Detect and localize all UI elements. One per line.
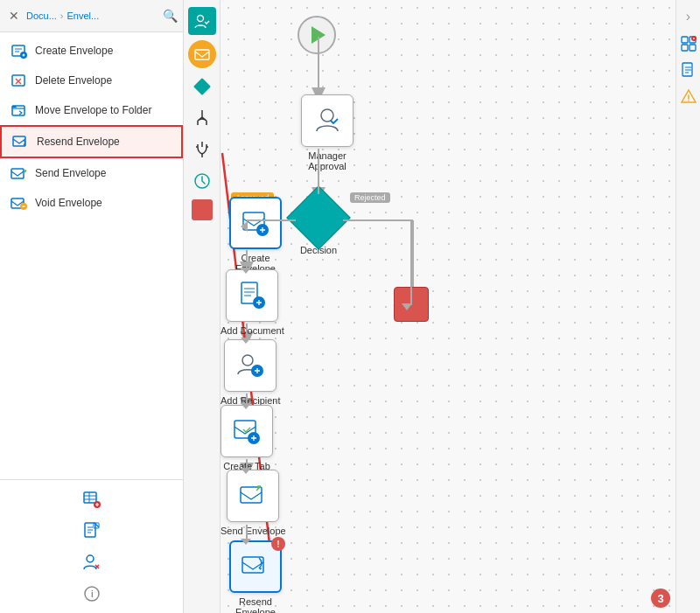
line-start-manager [318, 37, 319, 94]
arrow-addrecip [241, 338, 251, 344]
right-panel-icon-grid[interactable] [678, 33, 699, 54]
node-decision[interactable]: Decision [295, 194, 342, 255]
tool-clock[interactable] [189, 168, 215, 194]
sidebar-label-delete-envelope: Delete Envelope [35, 74, 112, 87]
sidebar-label-resend-envelope: Resend Envelope [37, 136, 120, 148]
node-send-envelope-label: Send Envelope [220, 526, 286, 536]
node-add-document[interactable]: Add Document [220, 269, 284, 336]
node-resend-envelope[interactable]: ! Resend Envelope [220, 540, 290, 613]
delete-envelope-icon [10, 72, 28, 89]
footer-info-icon[interactable]: i [78, 580, 106, 608]
node-manager-approval-label: Manager Approval [292, 150, 362, 171]
sidebar-item-move-envelope[interactable]: Move Envelope to Folder [0, 95, 183, 125]
svg-rect-42 [682, 45, 688, 51]
node-manager-approval[interactable]: Manager Approval [292, 94, 362, 171]
sidebar-item-delete-envelope[interactable]: Delete Envelope [0, 66, 183, 95]
tool-split-down[interactable] [189, 105, 215, 131]
sidebar-label-send-envelope: Send Envelope [35, 167, 106, 179]
canvas-area: Manager Approval Decision Approved Rejec… [220, 0, 676, 613]
sidebar-label-move-envelope: Move Envelope to Folder [35, 104, 151, 116]
sidebar-footer: i [0, 479, 183, 613]
sidebar-item-resend-envelope[interactable]: Resend Envelope [0, 125, 183, 158]
sidebar: ✕ Docu... › Envel... 🔍 Create Envelope [0, 0, 184, 613]
right-panel: › [676, 0, 700, 613]
create-envelope-icon [10, 42, 28, 59]
sidebar-menu: Create Envelope Delete Envelope [0, 32, 183, 479]
svg-point-29 [321, 109, 333, 122]
breadcrumb-bar: ✕ Docu... › Envel... 🔍 [0, 0, 183, 32]
svg-rect-5 [11, 169, 24, 178]
sidebar-item-send-envelope[interactable]: Send Envelope [0, 158, 183, 188]
arrow-createtab [241, 403, 251, 409]
error-badge: ! [271, 537, 285, 551]
rejected-badge: Rejected [350, 191, 390, 203]
line-create-adddoc [246, 250, 248, 269]
svg-point-12 [87, 555, 94, 562]
node-add-recipient[interactable]: Add Recipient [220, 339, 281, 406]
tool-envelope[interactable] [188, 40, 216, 68]
tool-column [184, 0, 220, 613]
footer-grid-icon[interactable] [78, 485, 106, 513]
svg-rect-17 [193, 78, 211, 95]
line-decision-stop-h [343, 219, 411, 221]
send-envelope-icon [10, 164, 28, 182]
svg-rect-8 [84, 492, 96, 503]
tool-user-check[interactable] [188, 7, 216, 35]
svg-text:i: i [91, 589, 94, 599]
svg-rect-40 [682, 37, 688, 43]
resend-envelope-icon [12, 133, 30, 150]
counter-badge: 3 [651, 589, 670, 608]
svg-rect-43 [690, 45, 696, 51]
collapse-button[interactable]: › [682, 5, 694, 28]
sidebar-label-create-envelope: Create Envelope [35, 45, 113, 57]
arrow-send [241, 468, 251, 474]
arrow-stop [402, 303, 412, 310]
breadcrumb-sep: › [60, 10, 64, 21]
breadcrumb-item-2[interactable]: Envel... [67, 10, 100, 21]
red-arrow-overlay [220, 0, 676, 613]
svg-point-46 [688, 100, 690, 101]
breadcrumb-item-1[interactable]: Docu... [26, 10, 57, 21]
back-button[interactable]: ✕ [5, 7, 23, 24]
line-manager-decision [318, 149, 319, 194]
svg-rect-11 [94, 523, 99, 528]
right-panel-icon-doc[interactable] [678, 59, 699, 80]
arrow-resend [241, 539, 251, 545]
node-send-envelope[interactable]: Send Envelope [220, 470, 286, 536]
svg-point-15 [197, 16, 203, 22]
svg-point-34 [242, 355, 253, 366]
node-create-envelope[interactable]: Create Envelope [220, 197, 290, 274]
tool-fork[interactable] [189, 136, 215, 163]
sidebar-label-void-envelope: Void Envelope [35, 197, 102, 209]
right-panel-icon-warning[interactable] [678, 86, 699, 107]
node-start[interactable] [298, 16, 336, 54]
void-envelope-icon [10, 194, 28, 212]
arrow-adddoc [241, 268, 251, 274]
tool-diamond[interactable] [189, 73, 215, 100]
arrow-create-enter [241, 221, 248, 232]
node-resend-envelope-label: Resend Envelope [220, 596, 290, 613]
footer-doc-icon[interactable] [78, 517, 106, 545]
sidebar-item-void-envelope[interactable]: Void Envelope [0, 188, 183, 218]
footer-user-x-icon[interactable] [78, 548, 106, 576]
search-button[interactable]: 🔍 [163, 9, 178, 23]
sidebar-item-create-envelope[interactable]: Create Envelope [0, 36, 183, 66]
move-envelope-icon [10, 101, 28, 119]
line-decision-stop-v [410, 219, 412, 305]
line-decision-create [247, 219, 296, 221]
node-add-document-label: Add Document [220, 325, 284, 336]
svg-rect-16 [195, 50, 209, 59]
tool-stop[interactable] [192, 199, 213, 220]
canvas-connectors [220, 0, 676, 613]
